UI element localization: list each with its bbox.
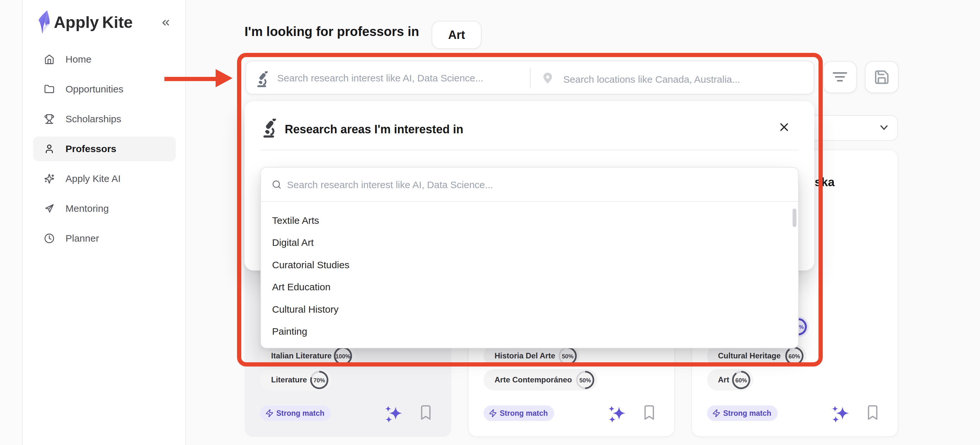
svg-text:60%: 60% <box>735 377 747 384</box>
svg-text:70%: 70% <box>313 377 325 384</box>
svg-text:50%: 50% <box>579 377 591 384</box>
